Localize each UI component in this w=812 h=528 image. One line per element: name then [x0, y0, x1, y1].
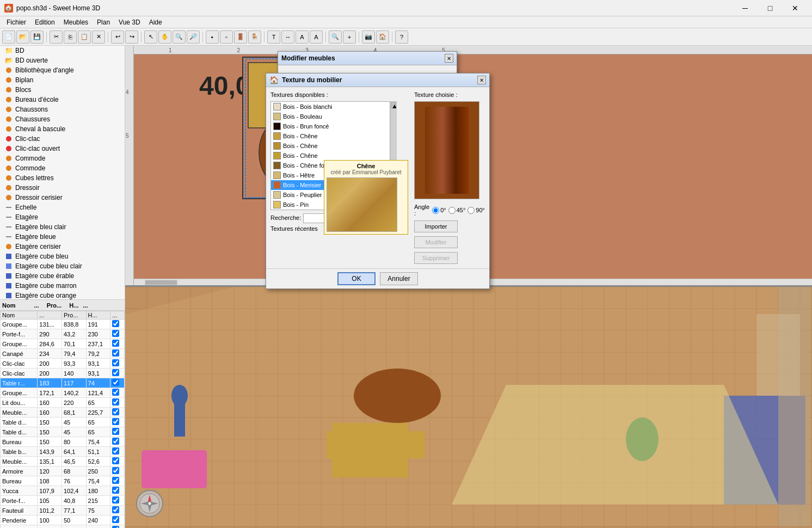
tb-photo[interactable]: 📷	[362, 30, 375, 44]
tb-search[interactable]: 🔍	[329, 30, 342, 44]
cell-check[interactable]	[110, 329, 125, 339]
table-row[interactable]: Porte-f... 105 40,8 215	[1, 496, 125, 506]
cell-check[interactable]	[110, 447, 125, 457]
sidebar-item-biplan[interactable]: Biplan	[0, 75, 125, 85]
table-row[interactable]: Table b... 143,9 64,1 51,1	[1, 447, 125, 457]
modifier-dialog-close[interactable]: ✕	[445, 54, 453, 63]
cell-check[interactable]	[110, 466, 125, 476]
tb-door[interactable]: 🚪	[234, 30, 247, 44]
tb-open[interactable]: 📂	[16, 30, 29, 44]
scroll-thumb[interactable]	[391, 108, 396, 195]
sidebar-item-commode2[interactable]: Commode	[0, 163, 125, 173]
row-checkbox[interactable]	[112, 438, 119, 445]
cell-check[interactable]	[110, 388, 125, 398]
sidebar-item-bd-ouverte[interactable]: 📂 BD ouverte	[0, 56, 125, 65]
sidebar-item-etagere-cube-erable[interactable]: Etagère cube érable	[0, 271, 125, 281]
h-scrollbar-thumb[interactable]	[145, 280, 177, 285]
table-row[interactable]: Groupe... 284,6 70,1 237,1	[1, 339, 125, 349]
texture-item-chene2[interactable]: Bois - Chêne	[271, 141, 390, 151]
menu-edition[interactable]: Edition	[30, 17, 59, 27]
menu-fichier[interactable]: Fichier	[2, 17, 30, 27]
table-row[interactable]: Yucca 107,9 102,4 180	[1, 486, 125, 496]
sidebar-item-echelle[interactable]: Echelle	[0, 202, 125, 212]
table-row[interactable]: Table d... 150 45 65	[1, 418, 125, 427]
scroll-down-btn[interactable]: ▼	[391, 203, 396, 210]
tb-help[interactable]: ?	[395, 30, 408, 44]
sidebar-item-bureau-ecole[interactable]: Bureau d'école	[0, 95, 125, 105]
texture-item-brun-fonce[interactable]: Bois - Brun foncé	[271, 121, 390, 131]
cell-check[interactable]	[110, 496, 125, 506]
table-row[interactable]: Clic-clac 200 140 93,1	[1, 369, 125, 378]
row-checkbox[interactable]	[112, 359, 119, 366]
row-checkbox[interactable]	[112, 330, 119, 337]
sidebar-item-biblio[interactable]: Bibliothèque d'angle	[0, 65, 125, 75]
sidebar-item-etagere-cube-orange[interactable]: Etagère cube orange	[0, 291, 125, 299]
row-checkbox[interactable]	[112, 369, 119, 376]
tb-redo[interactable]: ↪	[125, 30, 138, 44]
cell-check[interactable]	[110, 486, 125, 496]
row-checkbox[interactable]	[112, 516, 119, 523]
sidebar-item-etagere-cube-marron[interactable]: Etagère cube marron	[0, 281, 125, 291]
sidebar-item-commode1[interactable]: Commode	[0, 154, 125, 163]
sidebar-item-cheval[interactable]: Cheval à bascule	[0, 124, 125, 134]
tb-wall[interactable]: ▪	[206, 30, 219, 44]
tb-undo[interactable]: ↩	[111, 30, 124, 44]
tb-new[interactable]: 📄	[2, 30, 15, 44]
table-row[interactable]: Groupe... 172,1 140,2 121,4	[1, 388, 125, 398]
tb-save[interactable]: 💾	[30, 30, 44, 44]
sidebar-item-dressoir[interactable]: Dressoir	[0, 183, 125, 193]
tb-delete[interactable]: ✕	[92, 30, 105, 44]
close-button[interactable]: ✕	[783, 0, 808, 16]
row-checkbox[interactable]	[112, 447, 119, 455]
row-checkbox[interactable]	[112, 320, 119, 327]
texture-item-pin[interactable]: Bois - Pin	[271, 200, 390, 210]
sidebar-item-etagere-bleu-clair[interactable]: Etagère bleu clair	[0, 222, 125, 232]
minimize-button[interactable]: ─	[733, 0, 758, 16]
angle-0-radio[interactable]	[432, 207, 439, 214]
tb-furniture[interactable]: 🪑	[248, 30, 261, 44]
cell-check[interactable]	[110, 457, 125, 466]
tb-zoom-in[interactable]: 🔍	[173, 30, 186, 44]
angle-0-option[interactable]: 0°	[432, 207, 446, 214]
cell-check[interactable]	[110, 320, 125, 329]
cell-check[interactable]	[110, 506, 125, 515]
row-checkbox[interactable]	[112, 340, 119, 347]
table-row[interactable]: Bureau 108 76 75,4	[1, 476, 125, 486]
row-checkbox[interactable]	[112, 526, 119, 528]
tb-pan[interactable]: ✋	[158, 30, 171, 44]
ok-button[interactable]: OK	[337, 272, 376, 285]
texture-item-merisier[interactable]: Bois - Merisier	[271, 180, 390, 190]
tb-paste[interactable]: 📋	[78, 30, 91, 44]
cell-check[interactable]	[110, 525, 125, 529]
tb-cut[interactable]: ✂	[50, 30, 63, 44]
row-checkbox[interactable]	[112, 428, 119, 435]
sidebar-item-etagere-bleue[interactable]: Etagère bleue	[0, 232, 125, 242]
row-checkbox[interactable]	[112, 398, 119, 406]
table-row[interactable]: Groupe... 131... 838,8 191	[1, 320, 125, 329]
sidebar-item-etagere[interactable]: Etagère	[0, 212, 125, 222]
row-checkbox[interactable]	[112, 506, 119, 513]
table-row[interactable]: Table r... 183 117 74	[1, 378, 125, 388]
cancel-button[interactable]: Annuler	[380, 272, 418, 285]
texture-item-bois-blanchi[interactable]: Bois - Bois blanchi	[271, 102, 390, 112]
table-row[interactable]: Bureau 150 80 75,4	[1, 437, 125, 447]
tb-zoom-out[interactable]: 🔎	[187, 30, 200, 44]
sidebar-item-cubes[interactable]: Cubes lettres	[0, 173, 125, 183]
sidebar-item-clic-clac[interactable]: Clic-clac	[0, 134, 125, 144]
delete-button[interactable]: Supprimer	[414, 252, 458, 264]
cell-check[interactable]	[110, 398, 125, 408]
cell-check[interactable]	[110, 349, 125, 359]
table-row[interactable]: Meuble... 160 68,1 225,7	[1, 408, 125, 418]
texture-search-input[interactable]	[303, 213, 368, 223]
texture-list-scrollbar[interactable]: ▲ ▼	[390, 101, 397, 210]
menu-plan[interactable]: Plan	[93, 17, 114, 27]
table-row[interactable]: Armoire 120 68 250	[1, 466, 125, 476]
table-row[interactable]: Table d... 150 45 65	[1, 427, 125, 437]
row-checkbox[interactable]	[112, 379, 119, 386]
cell-check[interactable]	[110, 339, 125, 349]
cell-check[interactable]	[110, 515, 125, 525]
maximize-button[interactable]: □	[758, 0, 783, 16]
tb-dim[interactable]: ↔	[281, 30, 294, 44]
sidebar-item-dressoir-cerisier[interactable]: Dressoir cerisier	[0, 193, 125, 202]
sidebar-item-etagere-cube-bleu[interactable]: Etagère cube bleu	[0, 251, 125, 261]
